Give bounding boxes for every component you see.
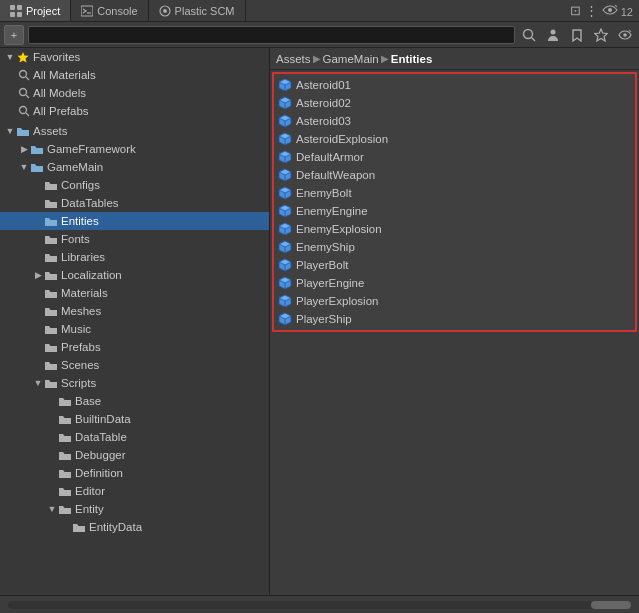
breadcrumb-entities[interactable]: Entities [391, 53, 433, 65]
tab-console[interactable]: Console [71, 0, 148, 21]
prefab-icon [278, 150, 292, 164]
asset-name-label: Asteroid02 [296, 97, 351, 109]
breadcrumb-arrow1: ▶ [313, 53, 321, 64]
asset-item-playerexplosion[interactable]: PlayerExplosion [274, 292, 635, 310]
asset-item-enemyship[interactable]: EnemyShip [274, 238, 635, 256]
favorites-all-prefabs[interactable]: All Prefabs [0, 102, 269, 120]
favorites-all-materials[interactable]: All Materials [0, 66, 269, 84]
entities-label: Entities [61, 215, 99, 227]
asset-item-asteroid03[interactable]: Asteroid03 [274, 112, 635, 130]
asset-item-playerengine[interactable]: PlayerEngine [274, 274, 635, 292]
favorites-all-models[interactable]: All Models [0, 84, 269, 102]
eye-badge: 12 [602, 4, 633, 18]
svg-point-12 [551, 29, 556, 34]
tree-meshes[interactable]: Meshes [0, 302, 269, 320]
meshes-label: Meshes [61, 305, 101, 317]
eye-icon-btn[interactable] [615, 25, 635, 45]
svg-point-21 [20, 107, 27, 114]
entity-arrow: ▼ [46, 504, 58, 514]
scm-icon [159, 5, 171, 17]
asset-item-playership[interactable]: PlayerShip [274, 310, 635, 328]
section-favorites[interactable]: ▼ Favorites [0, 48, 269, 66]
base-label: Base [75, 395, 101, 407]
tree-definition[interactable]: Definition [0, 464, 269, 482]
prefab-icon [278, 186, 292, 200]
folder-icon-definition [58, 467, 72, 479]
folder-icon-scenes [44, 359, 58, 371]
lock-icon[interactable]: ⊡ [570, 3, 581, 18]
tree-datatable[interactable]: DataTable [0, 428, 269, 446]
tree-localization[interactable]: ▶ Localization [0, 266, 269, 284]
gameframework-label: GameFramework [47, 143, 136, 155]
prefab-icon [278, 312, 292, 326]
tree-base[interactable]: Base [0, 392, 269, 410]
search-small-icon2 [18, 87, 30, 99]
tree-configs[interactable]: Configs [0, 176, 269, 194]
search-small-icon [18, 69, 30, 81]
folder-icon-builtindata [58, 413, 72, 425]
folder-icon-datatable [58, 431, 72, 443]
main-content: ▼ Favorites All Materials [0, 48, 639, 595]
folder-icon-prefabs [44, 341, 58, 353]
asset-item-defaultweapon[interactable]: DefaultWeapon [274, 166, 635, 184]
asset-item-asteroid02[interactable]: Asteroid02 [274, 94, 635, 112]
toolbar: + [0, 22, 639, 48]
asset-item-enemyexplosion[interactable]: EnemyExplosion [274, 220, 635, 238]
asset-item-asteroidexplosion[interactable]: AsteroidExplosion [274, 130, 635, 148]
all-prefabs-label: All Prefabs [33, 105, 89, 117]
tree-entities[interactable]: Entities [0, 212, 269, 230]
tree-editor[interactable]: Editor [0, 482, 269, 500]
svg-line-20 [26, 95, 29, 98]
tree-gamemain[interactable]: ▼ GameMain [0, 158, 269, 176]
scripts-label: Scripts [61, 377, 96, 389]
tree-fonts[interactable]: Fonts [0, 230, 269, 248]
tree-entitydata[interactable]: EntityData [0, 518, 269, 536]
tab-project-label: Project [26, 5, 60, 17]
status-bar [0, 595, 639, 613]
asset-item-enemybolt[interactable]: EnemyBolt [274, 184, 635, 202]
asset-item-playerbolt[interactable]: PlayerBolt [274, 256, 635, 274]
prefab-icon [278, 132, 292, 146]
assets-area: Asteroid01 Asteroid02 Asteroid03 Asteroi… [270, 70, 639, 595]
tree-materials[interactable]: Materials [0, 284, 269, 302]
svg-rect-1 [17, 5, 22, 10]
scroll-thumb[interactable] [591, 601, 631, 609]
libraries-label: Libraries [61, 251, 105, 263]
folder-icon-debugger [58, 449, 72, 461]
tree-datatables[interactable]: DataTables [0, 194, 269, 212]
tree-music[interactable]: Music [0, 320, 269, 338]
tab-project[interactable]: Project [0, 0, 71, 21]
horizontal-scrollbar[interactable] [8, 601, 631, 609]
asset-item-enemyengine[interactable]: EnemyEngine [274, 202, 635, 220]
star-icon-btn[interactable] [591, 25, 611, 45]
add-button[interactable]: + [4, 25, 24, 45]
tree-entity[interactable]: ▼ Entity [0, 500, 269, 518]
bookmark-icon-btn[interactable] [567, 25, 587, 45]
search-input[interactable] [28, 26, 515, 44]
tree-libraries[interactable]: Libraries [0, 248, 269, 266]
right-panel-wrapper: Assets ▶ GameMain ▶ Entities Asteroid01 … [270, 48, 639, 595]
tab-plastic-scm[interactable]: Plastic SCM [149, 0, 246, 21]
asset-item-defaultarmor[interactable]: DefaultArmor [274, 148, 635, 166]
folder-icon-datatables [44, 197, 58, 209]
prefab-icon [278, 204, 292, 218]
asset-item-asteroid01[interactable]: Asteroid01 [274, 76, 635, 94]
tree-gameframework[interactable]: ▶ GameFramework [0, 140, 269, 158]
person-icon-btn[interactable] [543, 25, 563, 45]
tree-prefabs[interactable]: Prefabs [0, 338, 269, 356]
folder-icon-entitydata [72, 521, 86, 533]
debugger-label: Debugger [75, 449, 126, 461]
search-icon-btn[interactable] [519, 25, 539, 45]
gameframework-arrow: ▶ [18, 144, 30, 154]
breadcrumb-assets[interactable]: Assets [276, 53, 311, 65]
tree-builtindata[interactable]: BuiltinData [0, 410, 269, 428]
editor-label: Editor [75, 485, 105, 497]
breadcrumb-gamemain[interactable]: GameMain [323, 53, 379, 65]
tree-scripts[interactable]: ▼ Scripts [0, 374, 269, 392]
more-icon[interactable]: ⋮ [585, 3, 598, 18]
tree-debugger[interactable]: Debugger [0, 446, 269, 464]
assets-arrow: ▼ [4, 126, 16, 136]
tree-scenes[interactable]: Scenes [0, 356, 269, 374]
prefab-icon [278, 96, 292, 110]
section-assets[interactable]: ▼ Assets [0, 122, 269, 140]
